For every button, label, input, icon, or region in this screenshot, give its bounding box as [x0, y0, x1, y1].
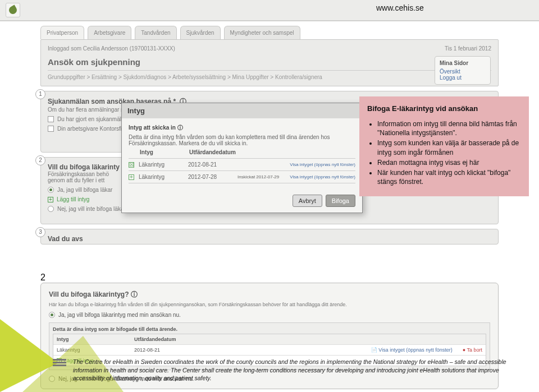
lower-row-date: 2012-08-21: [134, 347, 207, 353]
lower-desc: Här kan du bifoga e-läkarintyg från vård…: [49, 302, 490, 307]
section-2-add[interactable]: Lägg till intyg: [57, 196, 89, 202]
radio-icon[interactable]: [48, 206, 54, 212]
page-url: www.cehis.se: [376, 3, 424, 12]
expand-icon[interactable]: +: [129, 174, 134, 180]
checkbox-icon[interactable]: [48, 126, 54, 132]
tab-arbetsgivare[interactable]: Arbetsgivare: [88, 26, 131, 39]
lower-th-intyg: Intyg: [57, 336, 130, 342]
section-3: 3 Vad du avs: [40, 229, 499, 245]
callout-item: Intyg som kunden kan välja är basserade …: [377, 139, 521, 156]
modal-row-extra: Inskickat 2012-07-29: [237, 174, 279, 179]
callout-box: Bifoga E-läkarintyg vid ansökan Informat…: [359, 96, 529, 196]
modal-row-name: Läkarintyg: [139, 174, 184, 180]
mina-sidor-logout[interactable]: Logga ut: [440, 75, 486, 81]
plus-icon[interactable]: +: [48, 197, 53, 202]
callout-item: Information om intyg till denna bild häm…: [377, 119, 521, 137]
footer-bars-icon: [53, 359, 66, 366]
lower-row: Läkarintyg 2012-08-21 📄 Visa intyget (öp…: [53, 345, 486, 356]
section-number-2b: 2: [40, 273, 499, 283]
bifoga-button[interactable]: Bifoga: [326, 195, 355, 207]
modal-th-date: Utfärdandedatum: [189, 149, 236, 155]
callout-item: När kunden har valt intyg och klickat "b…: [377, 168, 521, 186]
lower-yes: Ja, jag vill bifoga läkarintyg med min a…: [58, 312, 181, 318]
tab-privatperson[interactable]: Privatperson: [40, 26, 84, 39]
mina-sidor-title: Mina Sidor: [440, 60, 486, 66]
page-title: Ansök om sjukpenning: [48, 57, 491, 67]
modal-row-date: 2012-07-28: [188, 174, 233, 180]
modal-row-date: 2012-08-21: [188, 162, 233, 168]
lower-th-date: Utfärdandedatum: [134, 336, 207, 342]
modal-title: Intyg: [122, 103, 362, 118]
modal-row-view[interactable]: Visa intyget (öppnas nytt fönster): [290, 174, 355, 179]
radio-icon[interactable]: [48, 187, 54, 193]
modal-row[interactable]: + Läkarintyg 2012-07-28 Inskickat 2012-0…: [129, 171, 355, 183]
top-bar: [0, 0, 539, 21]
section-number-3: 3: [35, 227, 45, 237]
modal-subtitle: Intyg att skicka in ⓘ: [129, 124, 355, 132]
logged-as: Inloggad som Cecilia Andersson (19700131…: [48, 45, 175, 52]
logo-icon: [6, 3, 20, 17]
tab-tandvarden[interactable]: Tandvården: [135, 26, 176, 39]
tab-myndigheter[interactable]: Myndigheter och samspel: [224, 26, 300, 39]
lower-row-view[interactable]: 📄 Visa intyget (öppnas nytt fönster): [371, 347, 453, 353]
breadcrumb: Grunduppgifter > Ersättning > Sjukdom/di…: [48, 70, 491, 80]
section-number-2: 2: [35, 155, 45, 165]
cancel-button[interactable]: Avbryt: [293, 195, 322, 207]
callout-title: Bifoga E-läkarintyg vid ansökan: [367, 104, 521, 113]
mina-sidor-overview[interactable]: Översikt: [440, 68, 486, 75]
callout-item: Redan mottagna intyg visas ej här: [377, 158, 521, 167]
section-3-title: Vad du avs: [48, 235, 491, 243]
section-1-opt1: Du har gjort en sjukanmälan: [57, 116, 127, 122]
header-date: Tis 1 februari 2012: [445, 45, 491, 52]
section-2-no: Nej, jag vill inte bifoga läka: [57, 206, 124, 212]
page-header-panel: Inloggad som Cecilia Andersson (19700131…: [40, 39, 499, 86]
modal-row-name: Läkarintyg: [139, 162, 184, 168]
lower-row-remove[interactable]: ● Ta bort: [463, 347, 482, 353]
intyg-modal: Intyg Intyg att skicka in ⓘ Detta är din…: [121, 103, 363, 213]
footer-text: The Centre for eHealth in Sweden coordin…: [73, 358, 522, 382]
mina-sidor-panel: Mina Sidor Översikt Logga ut: [435, 56, 491, 85]
lower-title: Vill du bifoga läkarintyg? ⓘ: [49, 290, 490, 299]
radio-icon[interactable]: [49, 312, 55, 318]
modal-th-intyg: Intyg: [140, 149, 185, 155]
checkbox-icon[interactable]: [48, 116, 54, 122]
expand-icon[interactable]: ☒: [129, 162, 134, 168]
modal-row[interactable]: ☒ Läkarintyg 2012-08-21 Visa intyget (öp…: [129, 159, 355, 171]
modal-row-view[interactable]: Visa intyget (öppnas nytt fönster): [290, 162, 355, 167]
tab-sjukvarden[interactable]: Sjukvården: [180, 26, 221, 39]
section-2-yes: Ja, jag vill bifoga läkar: [57, 187, 112, 193]
lower-box-title: Detta är dina intyg som är bifogade till…: [53, 326, 486, 332]
nav-tabs: Privatperson Arbetsgivare Tandvården Sju…: [0, 26, 539, 39]
modal-desc: Detta är dina intyg från vården som du k…: [129, 134, 355, 146]
section-number-1: 1: [35, 89, 45, 99]
section-1-opt2: Din arbetsgivare Kontorsfix A: [57, 126, 130, 132]
